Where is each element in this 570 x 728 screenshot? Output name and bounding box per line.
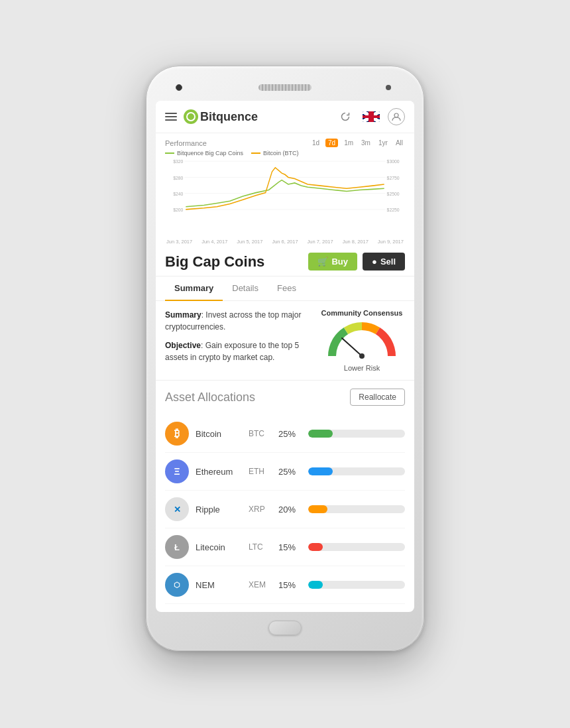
bitcoin-pct: 25% [278, 429, 302, 439]
sensor [386, 85, 391, 90]
ripple-progress [308, 505, 405, 513]
svg-text:$2750: $2750 [387, 175, 400, 180]
litecoin-name: Litecoin [196, 542, 242, 552]
tab-summary[interactable]: Summary [165, 276, 223, 301]
gauge-title: Community Consensus [321, 309, 403, 317]
tab-fees[interactable]: Fees [268, 276, 306, 301]
chart-legend: Bitquence Big Cap Coins Bitcoin (BTC) [165, 150, 405, 156]
legend-bitcoin: Bitcoin (BTC) [251, 150, 299, 156]
phone-top-bar [156, 78, 414, 97]
user-profile-button[interactable] [388, 108, 405, 125]
litecoin-icon: Ł [165, 535, 189, 559]
filter-3m[interactable]: 3m [359, 139, 372, 147]
ripple-ticker: XRP [249, 505, 272, 514]
svg-text:$320: $320 [173, 159, 183, 164]
svg-text:$240: $240 [173, 192, 183, 197]
tabs-container: Summary Details Fees [156, 276, 414, 301]
ethereum-pct: 25% [278, 467, 302, 477]
filter-all[interactable]: All [394, 139, 405, 147]
nem-pct: 15% [278, 580, 302, 590]
asset-row-bitcoin: ₿ Bitcoin BTC 25% [165, 415, 405, 453]
litecoin-ticker: LTC [249, 542, 272, 552]
summary-content: Summary: Invest across the top major cry… [156, 301, 414, 381]
buy-label: Buy [331, 257, 348, 267]
ethereum-progress [308, 467, 405, 475]
chart-area: $320 $280 $240 $200 $3000 $2750 $2500 $2… [165, 158, 405, 237]
allocations-header: Asset Allocations Reallocate [165, 389, 405, 406]
nem-progress [308, 581, 405, 589]
filter-1d[interactable]: 1d [310, 139, 321, 147]
litecoin-progress [308, 543, 405, 551]
sell-button[interactable]: ● Sell [363, 253, 405, 271]
menu-icon[interactable] [165, 113, 177, 121]
buy-button[interactable]: 🛒 Buy [308, 253, 357, 271]
summary-paragraph: Summary: Invest across the top major cry… [165, 309, 311, 333]
tab-details[interactable]: Details [223, 276, 268, 301]
header-icons [336, 107, 405, 126]
logo-container: Bitquence [184, 109, 336, 124]
gauge-container: Community Consensus Lower [319, 309, 405, 372]
filter-1yr[interactable]: 1yr [376, 139, 390, 147]
logo-icon [184, 109, 198, 124]
home-button[interactable] [268, 621, 302, 635]
app-header: Bitquence [156, 101, 414, 133]
svg-text:$280: $280 [173, 175, 183, 180]
bitcoin-progress [308, 430, 405, 438]
refresh-button[interactable] [336, 107, 355, 126]
nem-ticker: XEM [249, 580, 272, 589]
performance-header: Performance 1d 7d 1m 3m 1yr All [165, 139, 405, 147]
ethereum-icon: Ξ [165, 459, 189, 483]
sell-label: Sell [380, 257, 396, 267]
ripple-name: Ripple [196, 505, 242, 515]
product-title: Big Cap Coins [165, 253, 264, 271]
nem-icon: ⬡ [165, 573, 189, 597]
chart-x-labels: Jun 3, 2017 Jun 4, 2017 Jun 5, 2017 Jun … [165, 239, 405, 245]
asset-row-nem: ⬡ NEM XEM 15% [165, 566, 405, 604]
svg-text:$2250: $2250 [387, 208, 400, 213]
svg-point-14 [359, 353, 365, 359]
phone-bottom-bar [156, 617, 414, 638]
objective-paragraph: Objective: Gain exposure to the top 5 as… [165, 339, 311, 363]
sell-dot-icon: ● [372, 257, 377, 267]
filter-7d[interactable]: 7d [325, 139, 338, 147]
camera [176, 84, 182, 91]
performance-section: Performance 1d 7d 1m 3m 1yr All Bitquenc… [156, 133, 414, 245]
allocations-title: Asset Allocations [165, 391, 255, 404]
summary-text-block: Summary: Invest across the top major cry… [165, 309, 311, 372]
bitcoin-name: Bitcoin [196, 429, 242, 439]
svg-text:$3000: $3000 [387, 159, 400, 164]
app-title: Bitquence [200, 110, 258, 124]
svg-line-13 [342, 338, 362, 356]
asset-row-ripple: ✕ Ripple XRP 20% [165, 491, 405, 528]
bitcoin-ticker: BTC [249, 429, 272, 438]
product-header: Big Cap Coins 🛒 Buy ● Sell [156, 245, 414, 276]
action-buttons: 🛒 Buy ● Sell [308, 253, 405, 271]
phone-screen: Bitquence [156, 101, 414, 612]
cart-icon: 🛒 [317, 257, 328, 267]
gauge-label: Lower Risk [344, 364, 380, 372]
language-flag[interactable] [363, 111, 380, 122]
ripple-icon: ✕ [165, 497, 189, 521]
ethereum-ticker: ETH [249, 467, 272, 476]
svg-text:$2500: $2500 [387, 192, 400, 197]
time-filters: 1d 7d 1m 3m 1yr All [310, 139, 405, 147]
svg-point-0 [394, 113, 398, 117]
filter-1m[interactable]: 1m [342, 139, 355, 147]
nem-name: NEM [196, 580, 242, 590]
reallocate-button[interactable]: Reallocate [350, 389, 405, 406]
ripple-pct: 20% [278, 505, 302, 515]
asset-row-litecoin: Ł Litecoin LTC 15% [165, 528, 405, 566]
speaker-grille [258, 84, 312, 91]
litecoin-pct: 15% [278, 542, 302, 552]
performance-label: Performance [165, 139, 207, 147]
legend-bitquence: Bitquence Big Cap Coins [165, 150, 243, 156]
ethereum-name: Ethereum [196, 467, 242, 477]
asset-row-ethereum: Ξ Ethereum ETH 25% [165, 453, 405, 491]
bitcoin-icon: ₿ [165, 422, 189, 446]
allocations-section: Asset Allocations Reallocate ₿ Bitcoin B… [156, 381, 414, 612]
svg-text:$200: $200 [173, 208, 183, 213]
